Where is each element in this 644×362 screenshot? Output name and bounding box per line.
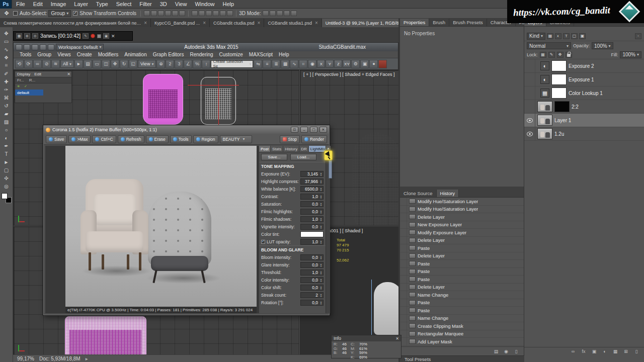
corona-titlebar[interactable]: Corona 1.5 (hotfix 2) Frame Buffer (500×… — [44, 126, 329, 134]
spinner-arrows-icon[interactable] — [319, 278, 323, 282]
percent-snap-icon[interactable]: % — [193, 60, 201, 68]
move-tool[interactable]: ✥ — [1, 29, 13, 37]
value-spinner[interactable]: 0,0 — [300, 209, 324, 215]
schematic-view-icon[interactable]: ⌗ — [299, 60, 307, 68]
history-item[interactable]: Modify Exposure Layer — [400, 229, 524, 237]
spinner-arrows-icon[interactable] — [319, 263, 323, 267]
blend-mode-dropdown[interactable]: Normal — [527, 42, 571, 49]
layer-thumbnail[interactable] — [537, 101, 552, 112]
transform-gizmo-x-axis[interactable] — [188, 85, 239, 85]
panel-tab[interactable]: DR — [299, 146, 309, 152]
layer-row[interactable]: 1.2u — [524, 127, 644, 141]
selection-filter-dropdown[interactable]: All — [60, 60, 74, 68]
chair-object-perspective-view[interactable] — [353, 133, 399, 226]
lock-transparency-icon[interactable]: ▦ — [540, 52, 546, 58]
undo-icon[interactable]: ⟲ — [15, 60, 24, 68]
history-snapshot-box[interactable] — [400, 276, 407, 283]
3d-rotate-icon[interactable] — [263, 11, 269, 16]
link-layers-icon[interactable]: ∞ — [570, 349, 577, 354]
shape-tool[interactable]: ▢ — [1, 166, 13, 174]
auto-select-checkbox[interactable] — [13, 11, 18, 16]
spinner-value[interactable]: 1,0 — [301, 239, 319, 244]
spinner-arrows-icon[interactable] — [319, 202, 323, 206]
spinner-value[interactable]: 0,0 — [301, 278, 319, 283]
distribute-center-icon[interactable] — [220, 11, 226, 16]
color-swatches[interactable] — [2, 193, 12, 203]
transform-gizmo-y-axis[interactable] — [218, 71, 219, 126]
menu-item[interactable]: Image — [47, 0, 70, 9]
rect-region-icon[interactable]: ▭ — [93, 60, 101, 68]
value-spinner[interactable]: 1,0 — [300, 216, 324, 222]
spinner-value[interactable]: 1,0 — [301, 194, 319, 199]
lock-all-icon[interactable] — [566, 52, 572, 58]
spinner-value[interactable]: 0,0 — [301, 224, 319, 229]
document-tab[interactable]: CGbandit ctudia.psd — [210, 19, 264, 27]
layer-mask-thumbnail[interactable] — [554, 101, 570, 112]
spinner-value[interactable]: 0,0 — [301, 285, 319, 290]
value-spinner[interactable]: 0,0 — [300, 201, 324, 207]
spinner-value[interactable]: 0,0 — [301, 255, 319, 260]
chair-object-selected-top-view[interactable] — [143, 74, 183, 125]
column-header[interactable]: Fr... — [17, 78, 24, 82]
dock-window-icon[interactable] — [291, 127, 298, 133]
panel-tab[interactable]: Clone Source — [400, 190, 437, 197]
pen-tool[interactable]: ✒ — [1, 142, 13, 150]
recorder-zoom-out-icon[interactable]: ⊖ — [32, 33, 38, 39]
value-spinner[interactable]: 3,145 — [300, 171, 324, 177]
layer-name[interactable]: Layer 1 — [554, 118, 571, 123]
align-right-edges-icon[interactable] — [158, 11, 164, 16]
history-snapshot-box[interactable] — [400, 284, 407, 291]
spinner-arrows-icon[interactable] — [319, 217, 323, 221]
history-item[interactable]: Paste — [400, 299, 524, 307]
filter-shape-layers-icon[interactable]: ▢ — [571, 33, 578, 39]
info-panel-titlebar[interactable]: Info — [332, 335, 401, 341]
tab-close-icon[interactable] — [144, 20, 147, 26]
history-item[interactable]: Modify Hue/Saturation Layer — [400, 206, 524, 214]
Ctrl+C[interactable]: Ctrl+C — [92, 135, 116, 143]
bind-spacewarp-icon[interactable]: ≋ — [51, 60, 60, 68]
new-group-icon[interactable]: ▦ — [612, 349, 619, 354]
spinner-arrows-icon[interactable] — [319, 187, 323, 191]
history-item[interactable]: Delete Layer — [400, 284, 524, 292]
layer-name[interactable]: Color Lookup 1 — [569, 90, 603, 96]
panel-tab[interactable]: Brush — [429, 19, 449, 26]
select-by-name-icon[interactable]: ▤ — [84, 60, 92, 68]
filter-toggle-icon[interactable]: ◦ — [635, 33, 641, 39]
history-snapshot-box[interactable] — [400, 322, 407, 330]
layer-name[interactable]: Exposure 1 — [569, 77, 594, 82]
scroll-up-icon[interactable] — [326, 146, 331, 150]
visibility-eye-icon[interactable] — [524, 59, 535, 73]
select-link-icon[interactable]: ∞ — [33, 60, 42, 68]
add-layer-mask-icon[interactable]: ▣ — [591, 349, 598, 354]
menu-item[interactable]: Customize — [216, 52, 246, 57]
history-snapshot-box[interactable] — [400, 229, 407, 236]
crop-tool[interactable]: ⌗ — [1, 61, 13, 69]
history-item[interactable]: Paste — [400, 260, 524, 268]
layer-thumbnail[interactable] — [540, 88, 549, 98]
rendered-frame-icon[interactable]: ▣ — [360, 60, 369, 68]
eraser-tool[interactable]: ▰ — [1, 110, 13, 118]
Save[interactable]: Save — [46, 135, 67, 143]
layer-name[interactable]: Exposure 2 — [569, 63, 594, 69]
value-spinner[interactable]: 0,0 — [300, 300, 324, 306]
visibility-eye-icon[interactable] — [524, 100, 535, 114]
render-production-icon[interactable]: ● — [369, 60, 378, 68]
3d-scale-icon[interactable] — [291, 11, 297, 16]
spinner-arrows-icon[interactable] — [319, 195, 323, 199]
column-header[interactable]: R... — [29, 78, 35, 82]
XY[interactable]: XY — [343, 60, 351, 68]
spinner-value[interactable]: 0,0 — [301, 202, 319, 207]
angle-snap-icon[interactable]: ∠ — [184, 60, 192, 68]
Erase[interactable]: Erase — [146, 135, 169, 143]
history-snapshot-box[interactable] — [400, 213, 407, 221]
spinner-value[interactable]: 0,0 — [301, 300, 319, 305]
render-production-teapot-icon[interactable] — [378, 60, 387, 68]
frozen-icon[interactable]: ✳ — [17, 84, 20, 88]
visibility-eye-icon[interactable] — [524, 114, 535, 127]
layer-thumbnail[interactable] — [540, 61, 549, 70]
reference-coordinate-dropdown[interactable]: View — [138, 60, 156, 68]
menu-item[interactable]: Graph Editors — [150, 52, 187, 57]
mirror-icon[interactable]: ⇋ — [254, 60, 262, 68]
ribbon-icon[interactable]: ▦ — [281, 60, 289, 68]
menu-item[interactable]: Layer — [70, 0, 92, 9]
